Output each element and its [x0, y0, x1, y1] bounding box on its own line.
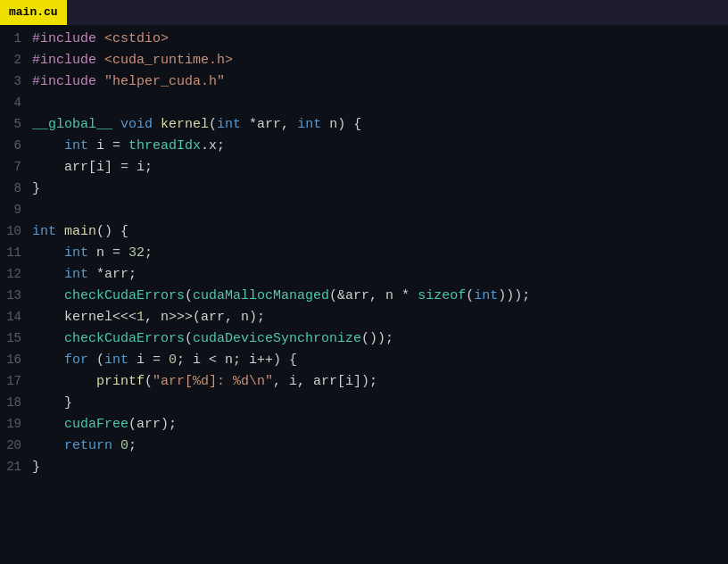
line-content [32, 93, 728, 113]
code-line: 6 int i = threadIdx.x; [0, 136, 728, 157]
code-line: 8} [0, 178, 728, 200]
line-number: 7 [0, 158, 32, 178]
line-content: } [32, 457, 728, 477]
line-content: int n = 32; [32, 243, 728, 263]
line-content: cudaFree(arr); [32, 414, 728, 435]
line-content: checkCudaErrors(cudaDeviceSynchronize())… [32, 328, 728, 349]
line-number: 5 [0, 115, 32, 135]
line-content: #include <cuda_runtime.h> [32, 50, 728, 70]
code-line: 20 return 0; [0, 435, 728, 457]
line-content: __global__ void kernel(int *arr, int n) … [32, 114, 728, 135]
code-line: 10int main() { [0, 221, 728, 243]
line-number: 13 [0, 286, 32, 306]
line-number: 18 [0, 394, 32, 413]
line-number: 21 [0, 458, 32, 477]
code-line: 3#include "helper_cuda.h" [0, 71, 728, 93]
code-line: 2#include <cuda_runtime.h> [0, 50, 728, 71]
code-editor: 1#include <cstdio>2#include <cuda_runtim… [0, 25, 728, 482]
line-number: 10 [0, 222, 32, 242]
code-line: 12 int *arr; [0, 264, 728, 286]
line-content: printf("arr[%d]: %d\n", i, arr[i]); [32, 371, 728, 392]
code-line: 13 checkCudaErrors(cudaMallocManaged(&ar… [0, 286, 728, 307]
code-line: 21} [0, 457, 728, 478]
line-number: 12 [0, 265, 32, 285]
line-number: 17 [0, 372, 32, 392]
line-content: #include <cstdio> [32, 29, 728, 49]
line-number: 6 [0, 137, 32, 156]
line-number: 4 [0, 94, 32, 113]
line-content: } [32, 393, 728, 413]
line-content: int i = threadIdx.x; [32, 136, 728, 156]
code-line: 11 int n = 32; [0, 243, 728, 264]
line-content: int main() { [32, 221, 728, 242]
line-number: 2 [0, 51, 32, 70]
line-content: int *arr; [32, 264, 728, 285]
line-number: 16 [0, 351, 32, 370]
code-line: 9 [0, 200, 728, 221]
line-number: 3 [0, 72, 32, 92]
file-tab[interactable]: main.cu [0, 0, 67, 25]
line-content: arr[i] = i; [32, 157, 728, 178]
code-line: 5__global__ void kernel(int *arr, int n)… [0, 114, 728, 136]
line-content: for (int i = 0; i < n; i++) { [32, 350, 728, 370]
code-line: 14 kernel<<<1, n>>>(arr, n); [0, 307, 728, 328]
line-content [32, 200, 728, 220]
code-line: 16 for (int i = 0; i < n; i++) { [0, 350, 728, 371]
line-content: checkCudaErrors(cudaMallocManaged(&arr, … [32, 286, 728, 306]
line-number: 15 [0, 329, 32, 349]
code-line: 19 cudaFree(arr); [0, 414, 728, 435]
line-number: 9 [0, 201, 32, 220]
line-number: 19 [0, 415, 32, 435]
line-content: } [32, 178, 728, 199]
code-line: 15 checkCudaErrors(cudaDeviceSynchronize… [0, 328, 728, 350]
line-number: 1 [0, 29, 32, 49]
line-number: 20 [0, 436, 32, 456]
line-content: kernel<<<1, n>>>(arr, n); [32, 307, 728, 328]
code-line: 18 } [0, 393, 728, 414]
code-line: 17 printf("arr[%d]: %d\n", i, arr[i]); [0, 371, 728, 393]
line-content: return 0; [32, 435, 728, 456]
line-number: 11 [0, 244, 32, 263]
tab-bar: main.cu [0, 0, 728, 25]
code-line: 7 arr[i] = i; [0, 157, 728, 178]
code-line: 1#include <cstdio> [0, 29, 728, 50]
line-number: 14 [0, 308, 32, 328]
line-number: 8 [0, 179, 32, 199]
line-content: #include "helper_cuda.h" [32, 71, 728, 92]
code-line: 4 [0, 93, 728, 114]
